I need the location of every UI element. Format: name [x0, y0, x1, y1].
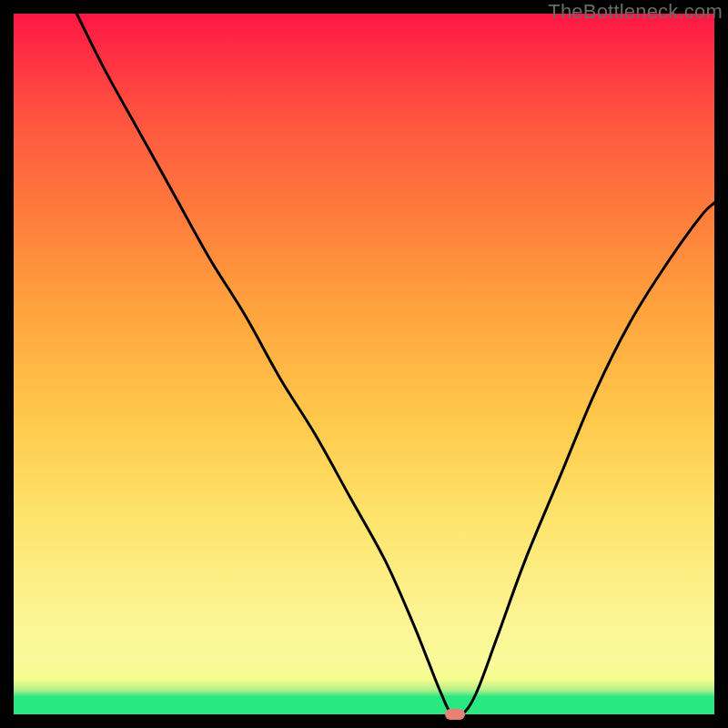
chart-frame: TheBottleneck.com [0, 0, 728, 728]
watermark-text: TheBottleneck.com [548, 0, 723, 24]
optimal-marker [445, 709, 465, 720]
curve-path [76, 14, 714, 714]
plot-area [14, 14, 714, 714]
bottleneck-curve [14, 14, 714, 714]
